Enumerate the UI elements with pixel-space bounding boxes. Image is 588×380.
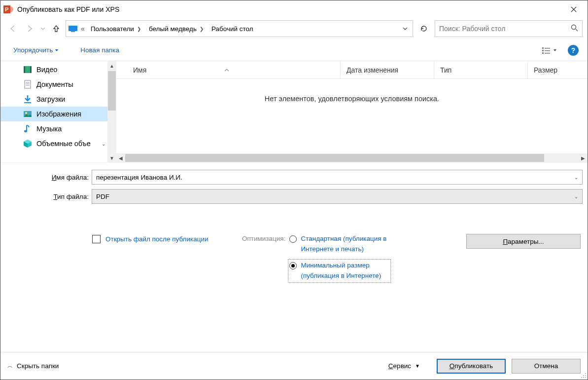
scroll-thumb[interactable] <box>125 154 544 162</box>
chevron-right-icon: ❯ <box>200 26 204 32</box>
view-options-button[interactable] <box>539 44 560 57</box>
svg-rect-11 <box>545 50 550 51</box>
svg-point-21 <box>24 130 27 132</box>
chevron-up-icon: ︿ <box>7 362 13 370</box>
back-button[interactable] <box>5 21 20 36</box>
search-box[interactable] <box>435 20 583 37</box>
parameters-button[interactable]: Параметры... <box>466 234 581 249</box>
up-button[interactable] <box>49 21 64 36</box>
column-type[interactable]: Тип <box>434 61 527 78</box>
breadcrumb[interactable]: « Пользователи❯ белый медведь❯ Рабочий с… <box>66 20 413 37</box>
radio-standard[interactable] <box>289 235 297 243</box>
svg-text:P: P <box>5 6 8 12</box>
tree-item-label: Документы <box>36 80 73 88</box>
svg-rect-15 <box>24 66 25 73</box>
breadcrumb-segment[interactable]: белый медведь❯ <box>146 21 207 37</box>
chevron-down-icon <box>55 48 59 52</box>
chevron-down-icon <box>553 48 557 52</box>
svg-point-25 <box>581 377 582 378</box>
svg-point-22 <box>585 373 586 374</box>
empty-folder-message: Нет элементов, удовлетворяющих условиям … <box>116 79 588 153</box>
breadcrumb-segment[interactable]: Пользователи❯ <box>88 21 144 37</box>
search-icon[interactable] <box>571 24 578 33</box>
search-input[interactable] <box>439 25 571 33</box>
cancel-button[interactable]: Отмена <box>512 359 581 374</box>
music-icon <box>23 124 33 134</box>
filename-input[interactable]: перезентация Иванова И.И. ⌄ <box>92 170 583 185</box>
download-icon <box>23 94 33 104</box>
svg-rect-17 <box>25 80 31 88</box>
tree-item-label: Музыка <box>36 125 62 133</box>
folder-tree[interactable]: Видео Документы Загрузки Изображения Муз… <box>0 61 116 162</box>
resize-grip-icon[interactable] <box>580 372 587 379</box>
svg-rect-13 <box>545 53 550 54</box>
sort-asc-icon <box>224 68 229 72</box>
svg-rect-9 <box>545 48 550 49</box>
open-after-publish-checkbox[interactable] <box>92 235 101 243</box>
scroll-thumb[interactable] <box>108 71 116 111</box>
column-date[interactable]: Дата изменения <box>340 61 434 78</box>
tree-item-music[interactable]: Музыка <box>0 121 116 136</box>
help-button[interactable]: ? <box>568 45 579 56</box>
tree-item-video[interactable]: Видео <box>0 62 116 77</box>
image-icon <box>23 109 33 119</box>
chevron-down-icon[interactable]: ⌄ <box>574 194 578 199</box>
cube-icon <box>23 139 33 149</box>
tree-item-pictures[interactable]: Изображения <box>0 107 116 121</box>
monitor-icon <box>68 25 78 32</box>
column-headers[interactable]: Имя Дата изменения Тип Размер <box>116 61 588 79</box>
svg-point-24 <box>585 375 586 376</box>
svg-rect-6 <box>71 31 75 32</box>
video-icon <box>23 65 33 75</box>
radio-minimal-label[interactable]: Минимальный размер (публикация в Интерне… <box>301 261 389 281</box>
svg-point-7 <box>572 25 576 30</box>
tree-item-documents[interactable]: Документы <box>0 77 116 92</box>
list-view-icon <box>542 47 551 54</box>
svg-rect-5 <box>69 26 77 31</box>
close-button[interactable] <box>564 2 584 17</box>
tree-item-3d-objects[interactable]: Объемные объе ⌄ <box>0 136 116 151</box>
tree-item-label: Загрузки <box>36 95 65 103</box>
chevron-down-icon[interactable]: ⌄ <box>574 175 578 180</box>
column-name[interactable]: Имя <box>133 66 340 74</box>
new-folder-button[interactable]: Новая папка <box>76 43 123 57</box>
organize-menu[interactable]: Упорядочить <box>9 43 63 57</box>
tree-item-downloads[interactable]: Загрузки <box>0 92 116 107</box>
svg-rect-8 <box>542 47 544 49</box>
svg-point-27 <box>585 377 586 378</box>
radio-minimal[interactable] <box>289 262 297 269</box>
column-size[interactable]: Размер <box>527 61 588 78</box>
tree-item-label: Объемные объе <box>36 140 91 148</box>
horizontal-scrollbar[interactable]: ◀ ▶ <box>116 153 588 162</box>
tree-item-label: Изображения <box>36 110 81 118</box>
refresh-button[interactable] <box>415 20 433 37</box>
svg-rect-12 <box>542 52 544 54</box>
svg-point-20 <box>25 112 27 114</box>
open-after-publish-label[interactable]: Открыть файл после публикации <box>105 234 208 245</box>
svg-point-23 <box>583 375 584 376</box>
sidebar-scrollbar[interactable]: ▲ ▼ <box>107 61 116 162</box>
chevron-down-icon[interactable]: ⌄ <box>102 141 105 147</box>
optimization-label: Оптимизация: <box>242 234 285 281</box>
radio-standard-label[interactable]: Стандартная (публикация в Интернете и пе… <box>301 234 389 255</box>
radio-minimal-row[interactable]: Минимальный размер (публикация в Интерне… <box>288 260 390 282</box>
tools-menu[interactable]: Сервис ▼ <box>388 362 420 370</box>
scroll-up-icon[interactable]: ▲ <box>107 61 116 70</box>
filetype-select[interactable]: PDF ⌄ <box>92 189 583 204</box>
breadcrumb-dropdown-icon[interactable] <box>400 25 411 33</box>
chevron-down-icon: ▼ <box>415 363 420 369</box>
scroll-down-icon[interactable]: ▼ <box>107 153 116 162</box>
scroll-left-icon[interactable]: ◀ <box>116 153 125 162</box>
tree-item-label: Видео <box>36 66 57 74</box>
svg-rect-16 <box>30 66 32 73</box>
svg-rect-10 <box>542 50 544 51</box>
chevron-right-icon: ❯ <box>137 26 141 32</box>
history-dropdown-icon[interactable] <box>39 21 47 36</box>
radio-standard-row[interactable]: Стандартная (публикация в Интернете и пе… <box>289 234 389 255</box>
breadcrumb-segment[interactable]: Рабочий стол <box>208 21 256 37</box>
hide-folders-toggle[interactable]: ︿ Скрыть папки <box>7 362 59 370</box>
breadcrumb-overflow[interactable]: « <box>80 25 86 33</box>
scroll-right-icon[interactable]: ▶ <box>579 153 588 162</box>
forward-button[interactable] <box>22 21 37 36</box>
publish-button[interactable]: Опубликовать <box>437 359 506 374</box>
